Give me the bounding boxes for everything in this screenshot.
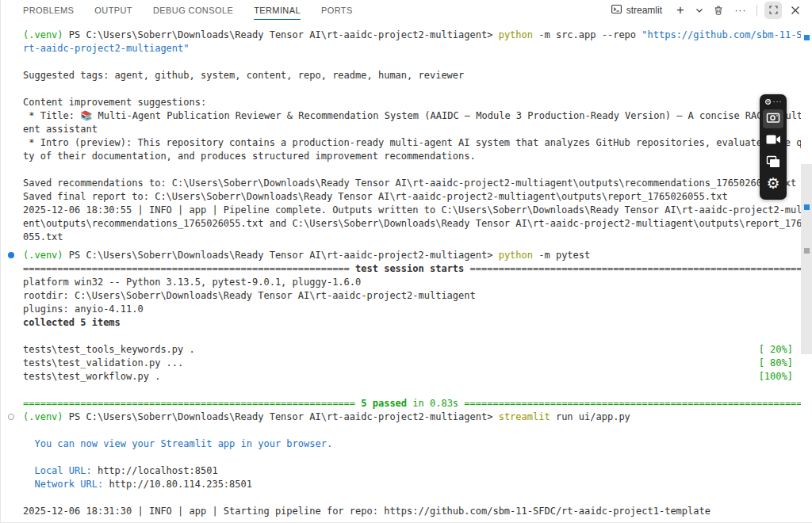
terminal-line: ty of their documentation, and produces … bbox=[23, 150, 801, 163]
tab-output[interactable]: OUTPUT bbox=[94, 0, 132, 20]
screenshot-camera-icon bbox=[766, 111, 780, 127]
tab-problems[interactable]: PROBLEMS bbox=[23, 0, 74, 20]
tab-ports[interactable]: PORTS bbox=[321, 0, 353, 20]
terminal-dropdown-chevron-icon[interactable] bbox=[694, 2, 705, 19]
terminal-text: * Intro (preview): This repository conta… bbox=[23, 137, 801, 148]
more-actions-button[interactable]: ··· bbox=[732, 2, 749, 19]
terminal-line: ent assistant bbox=[23, 123, 801, 136]
terminal-line bbox=[23, 451, 801, 464]
terminal-text: in 0.83s bbox=[407, 398, 464, 409]
command-decoration[interactable] bbox=[8, 252, 14, 258]
panel-tabs: PROBLEMS OUTPUT DEBUG CONSOLE TERMINAL P… bbox=[23, 0, 353, 20]
overview-ruler-command-marker bbox=[804, 248, 810, 254]
terminal-line: Suggested tags: agent, github, system, c… bbox=[23, 69, 801, 82]
overview-ruler-command-marker bbox=[804, 204, 810, 210]
close-icon bbox=[791, 6, 800, 15]
new-terminal-button[interactable]: + bbox=[672, 2, 689, 19]
record-video-icon bbox=[766, 134, 781, 148]
terminal-line: (.venv) PS C:\Users\Soberr\Downloads\Rea… bbox=[23, 410, 801, 424]
terminal-text: Network URL: bbox=[23, 479, 109, 490]
terminal-text: python bbox=[499, 250, 533, 261]
window-capture-icon bbox=[766, 155, 780, 171]
terminal-text: ========================================… bbox=[464, 398, 801, 409]
terminal-line bbox=[23, 491, 801, 505]
terminal-line: tests\test_tools_keywords.py .[ 20%] bbox=[23, 343, 801, 357]
panel-tab-bar: PROBLEMS OUTPUT DEBUG CONSOLE TERMINAL P… bbox=[1, 0, 812, 20]
terminal-text: http://10.80.114.235:8501 bbox=[109, 479, 252, 490]
terminal-text: ty of their documentation, and produces … bbox=[23, 151, 476, 162]
terminal-text: tests\test_workflow.py . bbox=[23, 371, 160, 382]
terminal-line: (.venv) PS C:\Users\Soberr\Downloads\Rea… bbox=[23, 249, 801, 262]
terminal-line bbox=[23, 424, 801, 437]
progress-percent: [ 20%] bbox=[759, 343, 793, 357]
terminal-line: Content improvement suggestions: bbox=[23, 96, 801, 109]
progress-percent: [100%] bbox=[759, 370, 793, 384]
shell-label: streamlit bbox=[626, 5, 662, 16]
maximize-panel-button[interactable] bbox=[764, 2, 782, 19]
terminal-text: platform win32 -- Python 3.13.5, pytest-… bbox=[23, 277, 361, 288]
terminal-line: rt-aaidc-project2-multiagent" bbox=[23, 42, 801, 55]
terminal-text: ========================================… bbox=[470, 263, 801, 274]
terminal-text: streamlit bbox=[499, 411, 550, 422]
terminal-actions: streamlit + ··· bbox=[611, 2, 804, 19]
kill-terminal-button[interactable] bbox=[710, 2, 727, 19]
terminal-text: ========================================… bbox=[23, 398, 361, 409]
terminal-line bbox=[23, 163, 801, 177]
terminal-line: ========================================… bbox=[23, 262, 801, 276]
terminal-text: rt-aaidc-project2-multiagent" bbox=[23, 43, 190, 54]
terminal-text: -m pytest bbox=[533, 250, 590, 261]
terminal-scrollbar[interactable] bbox=[801, 21, 812, 522]
terminal-text: run ui/app.py bbox=[550, 411, 630, 422]
terminal-line: platform win32 -- Python 3.13.5, pytest-… bbox=[23, 276, 801, 289]
terminal-line: 2025-12-06 18:31:30 | INFO | app | Start… bbox=[23, 505, 801, 518]
terminal-text: PS C:\Users\Soberr\Downloads\Ready Tenso… bbox=[63, 411, 499, 422]
terminal-text: (.venv) bbox=[23, 411, 63, 422]
terminal-line: * Title: 📚 Multi-Agent Publication Revie… bbox=[23, 109, 801, 123]
terminal-line bbox=[23, 330, 801, 343]
overview-ruler-command-marker bbox=[804, 35, 810, 40]
terminal-text: "https://github.com/sbm-11-SFDC/ bbox=[642, 29, 801, 40]
capture-toolbar-header: ··· bbox=[764, 97, 783, 106]
terminal-text: 📚 bbox=[80, 110, 92, 121]
terminal-session-chip[interactable]: streamlit bbox=[611, 3, 662, 17]
terminal-text: 5 passed bbox=[361, 398, 407, 409]
terminal-text: Saved final report to: C:\Users\Soberr\D… bbox=[23, 191, 728, 202]
terminal-line: 055.txt bbox=[23, 231, 801, 244]
terminal-text: 2025-12-06 18:30:55 | INFO | app | Pipel… bbox=[23, 204, 801, 216]
terminal-text: (.venv) bbox=[23, 29, 63, 40]
tab-terminal[interactable]: TERMINAL bbox=[254, 0, 301, 20]
close-panel-button[interactable] bbox=[787, 2, 804, 19]
terminal-line: Saved final report to: C:\Users\Soberr\D… bbox=[23, 190, 801, 204]
terminal-text: Local URL: bbox=[23, 465, 98, 476]
settings-gear-icon[interactable]: ⚙ bbox=[766, 176, 779, 191]
record-video-button[interactable] bbox=[763, 132, 783, 151]
terminal-text: 2025-12-06 18:31:30 | INFO | app | Start… bbox=[23, 506, 710, 517]
command-decoration[interactable] bbox=[8, 414, 14, 420]
tab-debug-console[interactable]: DEBUG CONSOLE bbox=[153, 0, 233, 20]
terminal-icon bbox=[611, 3, 622, 17]
capture-toolbar: ··· bbox=[760, 94, 787, 200]
terminal-text: python bbox=[499, 29, 533, 40]
terminal-text: -m src.app --repo bbox=[533, 29, 642, 40]
terminal-text: Saved recommendations to: C:\Users\Sober… bbox=[23, 178, 796, 189]
terminal-line: (.venv) PS C:\Users\Soberr\Downloads\Rea… bbox=[23, 29, 801, 42]
terminal-text: ent\outputs\recommendations_1765026055.t… bbox=[23, 218, 801, 229]
terminal-output: (.venv) PS C:\Users\Soberr\Downloads\Rea… bbox=[1, 21, 801, 522]
more-icon[interactable]: ··· bbox=[773, 98, 783, 105]
terminal-text: Suggested tags: agent, github, system, c… bbox=[23, 70, 464, 81]
screenshot-camera-button[interactable] bbox=[763, 109, 783, 128]
terminal-text: rootdir: C:\Users\Soberr\Downloads\Ready… bbox=[23, 290, 476, 301]
terminal-text: tests\test_validation.py ... bbox=[23, 357, 183, 368]
terminal-text: 055.txt bbox=[23, 231, 63, 242]
terminal-line: * Intro (preview): This repository conta… bbox=[23, 136, 801, 150]
terminal-line bbox=[23, 384, 801, 397]
window-capture-button[interactable] bbox=[763, 154, 783, 173]
terminal-line: 2025-12-06 18:30:55 | INFO | app | Pipel… bbox=[23, 204, 801, 217]
scrollbar-thumb[interactable] bbox=[801, 164, 812, 354]
terminal-text: collected 5 items bbox=[23, 317, 121, 328]
terminal-text: tests\test_tools_keywords.py . bbox=[23, 344, 195, 355]
terminal-text: plugins: anyio-4.11.0 bbox=[23, 303, 144, 315]
link-icon[interactable] bbox=[764, 94, 772, 109]
terminal-line: ent\outputs\recommendations_1765026055.t… bbox=[23, 217, 801, 231]
terminal-text: ent assistant bbox=[23, 124, 98, 135]
